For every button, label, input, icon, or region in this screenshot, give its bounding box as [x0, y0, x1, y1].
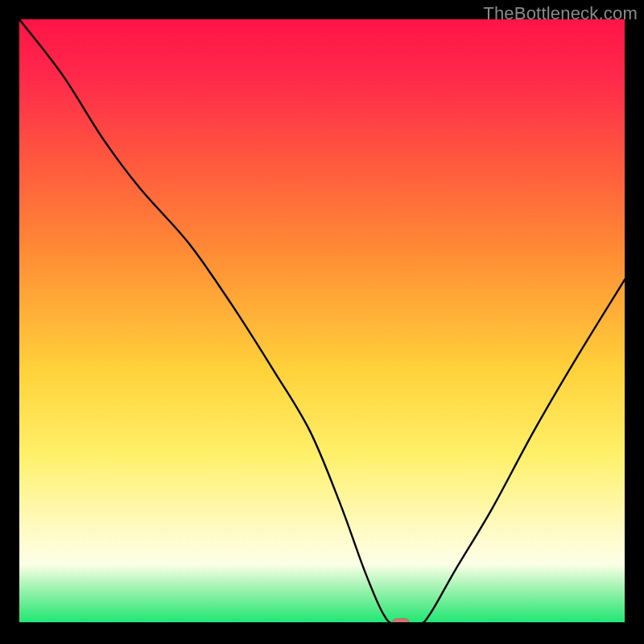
bottleneck-curve [19, 19, 625, 625]
x-axis-baseline [19, 622, 625, 625]
plot-area [19, 19, 625, 625]
chart-stage: TheBottleneck.com [0, 0, 644, 644]
